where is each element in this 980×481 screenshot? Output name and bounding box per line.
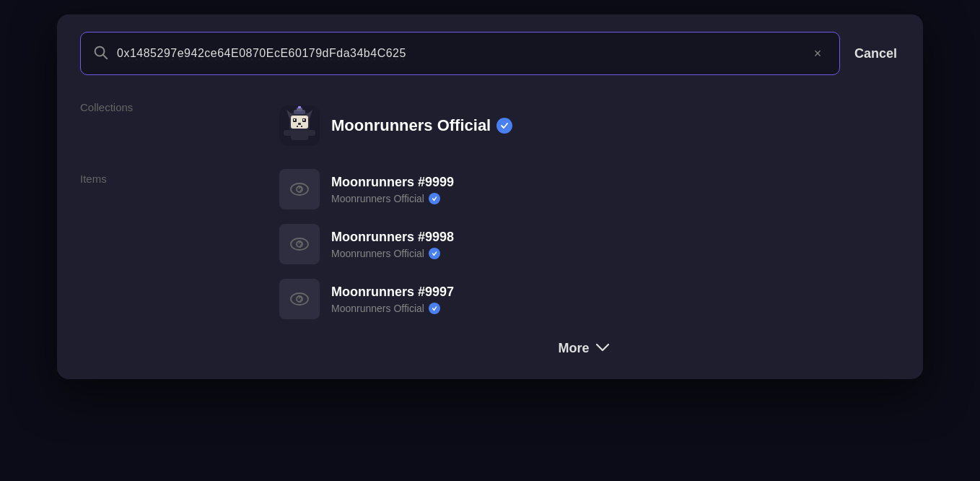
chevron-down-icon	[595, 341, 610, 356]
svg-rect-19	[307, 130, 315, 136]
item-thumbnail-9999: ?	[279, 169, 320, 209]
more-button[interactable]: More	[558, 341, 609, 356]
svg-rect-18	[284, 130, 292, 136]
item-collection-name-9999: Moonrunners Official	[331, 193, 424, 204]
item-info-9997: Moonrunners #9997 Moonrunners Official	[331, 285, 454, 314]
svg-rect-9	[294, 119, 295, 121]
content-area: Collections Items	[80, 98, 900, 356]
svg-text:?: ?	[298, 295, 303, 304]
item-collection-9997: Moonrunners Official	[331, 303, 454, 314]
item-verified-badge-9999	[429, 193, 440, 204]
svg-rect-6	[291, 116, 308, 129]
collections-label: Collections	[80, 101, 268, 113]
more-label: More	[558, 341, 589, 356]
clear-icon: ×	[814, 46, 822, 61]
svg-line-1	[103, 55, 107, 58]
item-name-9997: Moonrunners #9997	[331, 285, 454, 300]
items-section: ? Moonrunners #9999 Moonrunners Official	[268, 162, 900, 326]
item-info-9999: Moonrunners #9999 Moonrunners Official	[331, 175, 454, 204]
sidebar-labels: Collections Items	[80, 98, 268, 356]
search-panel: × Cancel Collections Items	[57, 14, 923, 379]
search-input-wrapper: ×	[80, 32, 840, 75]
results-list: Moonrunners Official	[268, 98, 900, 356]
item-thumbnail-9998: ?	[279, 224, 320, 264]
cancel-button[interactable]: Cancel	[852, 40, 900, 67]
item-name-9999: Moonrunners #9999	[331, 175, 454, 190]
item-collection-name-9997: Moonrunners Official	[331, 303, 424, 314]
svg-rect-17	[291, 130, 308, 140]
item-info-9998: Moonrunners #9998 Moonrunners Official	[331, 230, 454, 259]
more-row: More	[268, 341, 900, 356]
search-input[interactable]	[117, 47, 799, 60]
svg-rect-16	[298, 106, 301, 108]
item-thumbnail-9997: ?	[279, 279, 320, 319]
item-collection-name-9998: Moonrunners Official	[331, 248, 424, 259]
svg-text:?: ?	[298, 240, 303, 249]
item-verified-badge-9998	[429, 248, 440, 259]
items-label: Items	[80, 173, 268, 185]
item-verified-badge-9997	[429, 303, 440, 314]
item-result-9998[interactable]: ? Moonrunners #9998 Moonrunners Official	[268, 217, 900, 272]
search-icon	[92, 44, 108, 63]
collection-name-text: Moonrunners Official	[331, 116, 491, 135]
collection-name: Moonrunners Official	[331, 116, 512, 135]
overlay-background: × Cancel Collections Items	[0, 0, 980, 481]
collection-result-moonrunners[interactable]: Moonrunners Official	[268, 98, 900, 153]
collection-thumbnail	[279, 105, 320, 146]
item-result-9997[interactable]: ? Moonrunners #9997 Moonrunners Official	[268, 272, 900, 326]
svg-rect-12	[297, 126, 298, 127]
clear-button[interactable]: ×	[808, 43, 828, 64]
svg-rect-10	[303, 119, 305, 121]
verified-badge	[496, 118, 512, 134]
svg-text:?: ?	[298, 186, 303, 194]
item-result-9999[interactable]: ? Moonrunners #9999 Moonrunners Official	[268, 162, 900, 217]
item-collection-9998: Moonrunners Official	[331, 248, 454, 259]
item-name-9998: Moonrunners #9998	[331, 230, 454, 245]
svg-rect-11	[298, 123, 301, 125]
svg-rect-13	[301, 126, 302, 127]
item-collection-9999: Moonrunners Official	[331, 193, 454, 204]
search-bar-row: × Cancel	[80, 32, 900, 75]
